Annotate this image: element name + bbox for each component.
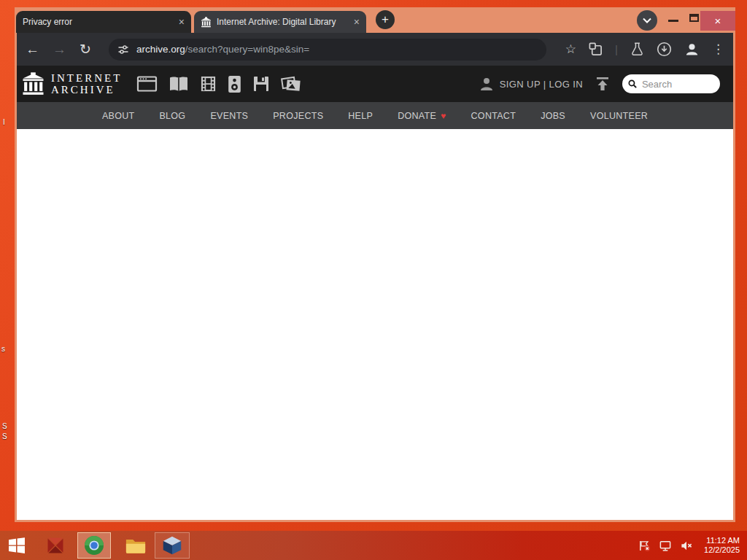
toolbar-separator: | [615,43,618,55]
url-path: /search?query=win8pe&sin= [185,44,309,55]
network-icon[interactable] [659,540,672,552]
start-button[interactable] [0,531,34,560]
wordmark-line1: INTERNET [51,72,122,84]
nav-events[interactable]: EVENTS [210,111,248,121]
nav-volunteer[interactable]: VOLUNTEER [590,111,648,121]
browser-toolbar: ← → ↻ archive.org/search?query=win8pe&si… [17,33,733,66]
chrome-icon [84,535,104,556]
person-icon [479,77,494,91]
downloads-icon[interactable] [657,42,672,57]
nav-donate-label: DONATE [398,111,436,121]
windows-logo-icon [8,537,26,554]
taskbar-file-explorer-button[interactable] [120,531,152,560]
clock-time: 11:12 AM [704,536,740,545]
signup-login-link[interactable]: SIGN UP | LOG IN [500,79,583,90]
desktop-icon-label-fragment: S [2,432,7,440]
tab-title: Privacy error [23,17,173,27]
tab-close-icon[interactable]: × [179,16,185,28]
web-icon[interactable] [136,75,158,93]
taskbar-chrome-button[interactable] [77,532,111,559]
profile-avatar-icon[interactable] [684,42,700,57]
site-settings-icon[interactable] [117,44,129,55]
nav-about[interactable]: ABOUT [102,111,135,121]
desktop-icon-label-fragment: I [3,118,5,126]
desktop: I s S S Privacy error × [0,0,747,560]
taskbar: 11:12 AM 12/2/2025 [0,531,747,560]
wordmark-line2: ARCHIVE [51,84,122,96]
minimize-button[interactable] [668,15,678,22]
heart-icon: ♥ [441,111,446,121]
archive-search-input[interactable] [640,78,714,90]
volume-muted-icon[interactable] [680,540,693,552]
address-bar[interactable]: archive.org/search?query=win8pe&sin= [109,39,546,61]
internet-archive-logo-icon[interactable] [21,71,45,96]
search-icon [628,79,637,89]
nav-projects[interactable]: PROJECTS [273,111,323,121]
nav-help[interactable]: HELP [348,111,373,121]
nav-jobs[interactable]: JOBS [541,111,565,121]
desktop-icon-label-fragment: S [2,422,7,430]
chevron-down-icon [643,18,651,23]
audio-icon[interactable] [228,75,241,93]
archive-header: INTERNET ARCHIVE [17,66,733,102]
tab-title: Internet Archive: Digital Library [217,17,348,27]
taskbar-virtualbox-button[interactable] [155,532,190,559]
software-icon[interactable] [252,75,270,93]
menu-kebab-icon[interactable]: ⋮ [712,42,724,57]
reload-button[interactable]: ↻ [80,41,91,58]
url-text: archive.org/search?query=win8pe&sin= [136,44,309,55]
new-tab-button[interactable]: + [376,10,395,29]
back-button[interactable]: ← [26,42,39,58]
archive-wordmark[interactable]: INTERNET ARCHIVE [51,72,122,96]
desktop-icon-label-fragment: s [1,345,5,353]
virtualbox-icon [162,535,182,556]
system-tray: 11:12 AM 12/2/2025 [638,536,747,555]
browser-window: Privacy error × [15,7,735,522]
video-icon[interactable] [200,75,217,93]
page-content-empty [17,129,733,520]
forward-button[interactable]: → [53,42,66,58]
nav-blog[interactable]: BLOG [159,111,185,121]
url-host: archive.org [136,44,185,55]
tab-privacy-error[interactable]: Privacy error × [16,11,191,33]
maximize-button[interactable] [689,14,699,22]
images-icon[interactable] [281,75,301,93]
titlebar[interactable]: Privacy error × [15,7,735,33]
texts-icon[interactable] [169,75,189,93]
tab-close-icon[interactable]: × [354,16,360,28]
nav-contact[interactable]: CONTACT [471,111,516,121]
taskbar-clock[interactable]: 11:12 AM 12/2/2025 [704,536,740,555]
tab-internet-archive[interactable]: Internet Archive: Digital Library × [194,11,366,33]
archive-nav: ABOUT BLOG EVENTS PROJECTS HELP DONATE♥ … [17,102,733,129]
nav-donate[interactable]: DONATE♥ [398,111,446,121]
extensions-icon[interactable] [589,42,603,56]
internet-archive-favicon-icon [201,17,212,28]
clock-date: 12/2/2025 [704,545,740,555]
bookmark-star-icon[interactable]: ☆ [565,42,576,57]
beaker-icon[interactable] [630,42,644,56]
archive-search-box[interactable] [622,74,720,93]
close-window-button[interactable]: × [700,11,735,31]
media-type-icons [136,75,301,93]
folder-icon [125,537,147,555]
taskbar-app-red-icon[interactable] [41,531,70,560]
action-center-flag-icon[interactable] [638,540,651,552]
tab-search-button[interactable] [637,10,657,31]
upload-icon[interactable] [595,77,611,91]
